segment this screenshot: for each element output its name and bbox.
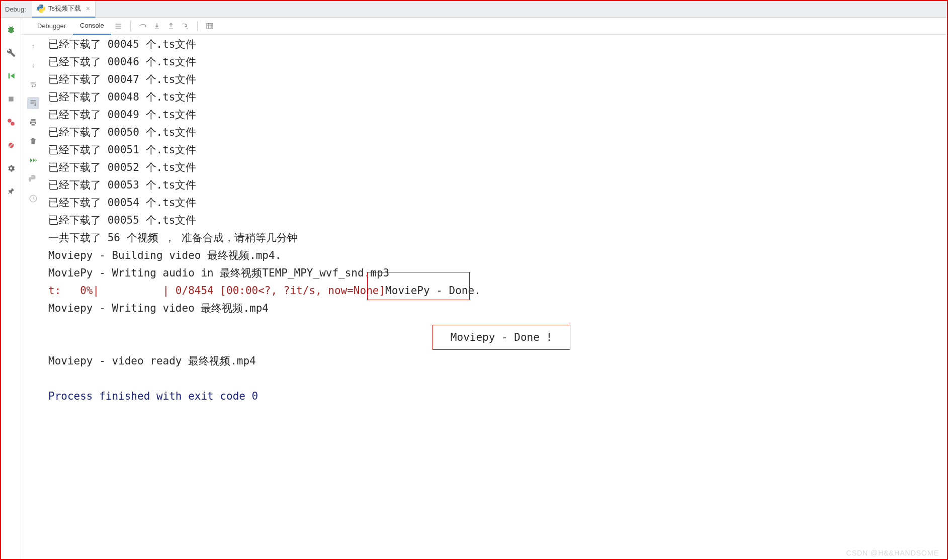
debug-header: Debug: Ts视频下载 × xyxy=(1,1,947,18)
python-console-icon[interactable] xyxy=(27,173,39,185)
tab-console[interactable]: Console xyxy=(73,18,111,35)
down-arrow-icon[interactable]: ↓ xyxy=(27,59,39,71)
stop-icon[interactable] xyxy=(6,94,16,104)
resume-icon[interactable] xyxy=(6,71,16,81)
console-line: Moviepy - Building video 最终视频.mp4. xyxy=(48,247,947,264)
wrench-icon[interactable] xyxy=(6,48,16,58)
console-line: Moviepy - video ready 最终视频.mp4 xyxy=(48,352,947,370)
mute-breakpoints-icon[interactable] xyxy=(6,140,16,150)
debug-tab-title: Ts视频下载 xyxy=(48,4,81,13)
console-line: 已经下载了 00052 个.ts文件 xyxy=(48,159,947,176)
soft-wrap-icon[interactable] xyxy=(27,78,39,90)
scroll-to-end-icon[interactable] xyxy=(27,97,39,109)
python-icon xyxy=(37,5,45,13)
console-line: t: 0%| | 0/8454 [00:00<?, ?it/s, now=Non… xyxy=(48,282,947,300)
debug-tab-tsvideo[interactable]: Ts视频下载 × xyxy=(32,1,96,18)
separator xyxy=(130,21,131,31)
history-icon[interactable] xyxy=(27,193,39,205)
console-line: 已经下载了 00049 个.ts文件 xyxy=(48,106,947,124)
console-line xyxy=(48,370,947,388)
close-icon[interactable]: × xyxy=(86,5,90,13)
console-line: 已经下载了 00048 个.ts文件 xyxy=(48,88,947,106)
debug-sub-toolbar: Debugger Console xyxy=(21,18,947,35)
pin-icon[interactable] xyxy=(6,186,16,197)
run-to-cursor-icon[interactable] xyxy=(178,19,192,33)
step-over-icon[interactable] xyxy=(136,19,150,33)
console-line: 已经下载了 00054 个.ts文件 xyxy=(48,194,947,212)
console-line: MoviePy - Writing audio in 最终视频TEMP_MPY_… xyxy=(48,264,947,282)
console-line: Process finished with exit code 0 xyxy=(48,388,947,405)
highlight-box-2: Moviepy - Done ! xyxy=(433,325,570,350)
up-arrow-icon[interactable]: ↑ xyxy=(27,40,39,52)
trash-icon[interactable] xyxy=(27,135,39,147)
threads-icon[interactable] xyxy=(111,19,125,33)
step-into-icon[interactable] xyxy=(150,19,164,33)
console-line: 已经下载了 00051 个.ts文件 xyxy=(48,141,947,159)
console-line: 已经下载了 00050 个.ts文件 xyxy=(48,124,947,141)
fast-forward-icon[interactable] xyxy=(27,154,39,166)
evaluate-icon[interactable] xyxy=(203,19,217,33)
console-line: Moviepy - Writing video 最终视频.mp4 xyxy=(48,300,947,317)
svg-point-2 xyxy=(11,122,15,126)
bug-icon[interactable] xyxy=(6,25,16,35)
svg-rect-0 xyxy=(9,97,13,101)
console-line: 已经下载了 00047 个.ts文件 xyxy=(48,71,947,88)
console-line: 已经下载了 00055 个.ts文件 xyxy=(48,212,947,229)
settings-icon[interactable] xyxy=(6,163,16,173)
step-out-icon[interactable] xyxy=(164,19,178,33)
console-output: 已经下载了 00045 个.ts文件已经下载了 00046 个.ts文件已经下载… xyxy=(45,35,947,559)
print-icon[interactable] xyxy=(27,116,39,128)
watermark: CSDN @H&&HANDSOME xyxy=(846,549,939,557)
console-line: 已经下载了 00045 个.ts文件 xyxy=(48,36,947,53)
console-line: 已经下载了 00046 个.ts文件 xyxy=(48,53,947,71)
debug-label: Debug: xyxy=(1,6,32,13)
separator xyxy=(197,21,198,31)
console-rail: ↑ ↓ xyxy=(21,35,45,559)
svg-point-1 xyxy=(8,119,12,123)
left-tool-rail xyxy=(1,18,21,559)
console-line: 一共下载了 56 个视频 ， 准备合成，请稍等几分钟 xyxy=(48,229,947,247)
overlay-text: Moviepy - Done ! xyxy=(451,329,552,346)
breakpoints-icon[interactable] xyxy=(6,117,16,127)
tab-debugger[interactable]: Debugger xyxy=(30,18,73,35)
console-line: 已经下载了 00053 个.ts文件 xyxy=(48,176,947,194)
